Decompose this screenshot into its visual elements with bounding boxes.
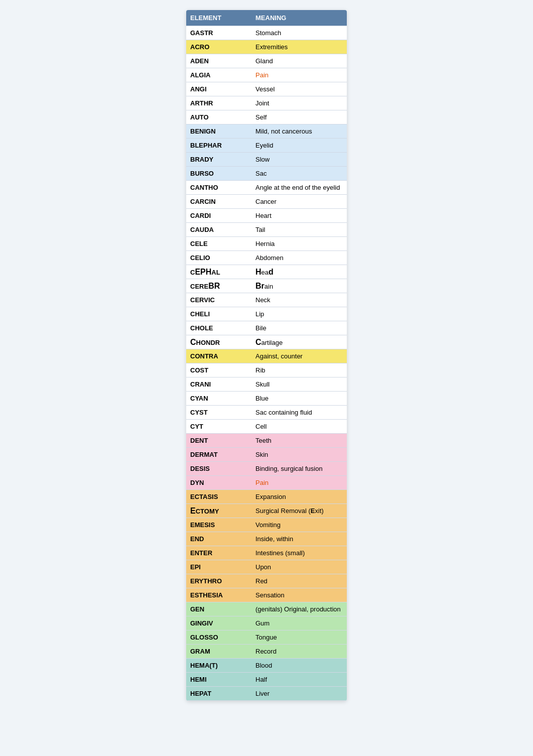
- element-cell: ALGIA: [190, 71, 255, 79]
- element-cell: ECTASIS: [190, 493, 255, 500]
- table-row: GEN(genitals) Original, production: [186, 602, 347, 616]
- meaning-cell: Against, counter: [255, 352, 343, 360]
- table-row: CANTHOAngle at the end of the eyelid: [186, 181, 347, 195]
- table-row: CELIOAbdomen: [186, 251, 347, 265]
- meaning-cell: Mild, not cancerous: [255, 128, 343, 135]
- element-cell: GASTR: [190, 29, 255, 37]
- table-row: BLEPHAREyelid: [186, 139, 347, 153]
- meaning-cell: Neck: [255, 296, 343, 304]
- meaning-cell: Liver: [255, 690, 343, 697]
- element-cell: CELIO: [190, 254, 255, 262]
- table-row: CYTCell: [186, 420, 347, 434]
- meaning-cell: Sac containing fluid: [255, 409, 343, 416]
- meaning-cell: Blue: [255, 395, 343, 402]
- element-cell: ACRO: [190, 43, 255, 51]
- meaning-cell: Heart: [255, 212, 343, 219]
- meaning-cell: Cell: [255, 423, 343, 430]
- element-cell: DYN: [190, 479, 255, 486]
- table-row: COSTRib: [186, 363, 347, 377]
- meaning-cell: Skull: [255, 381, 343, 388]
- table-row: CELEHernia: [186, 237, 347, 251]
- table-row: CYSTSac containing fluid: [186, 406, 347, 420]
- meaning-cell: Head: [255, 268, 343, 277]
- table-row: GINGIVGum: [186, 616, 347, 631]
- meaning-cell: Stomach: [255, 29, 343, 37]
- element-cell: CELE: [190, 240, 255, 247]
- table-row: CHOLEBile: [186, 321, 347, 335]
- table-header: ELEMENT MEANING: [186, 10, 347, 26]
- table-row: CARDIHeart: [186, 209, 347, 223]
- element-cell: GINGIV: [190, 619, 255, 627]
- element-cell: END: [190, 535, 255, 543]
- medical-terms-table: ELEMENT MEANING GASTRStomachACROExtremit…: [186, 10, 347, 701]
- meaning-cell: Gland: [255, 57, 343, 65]
- table-row: BRADYSlow: [186, 153, 347, 167]
- element-cell: CAUDA: [190, 226, 255, 233]
- meaning-cell: Hernia: [255, 240, 343, 247]
- element-cell: ADEN: [190, 57, 255, 65]
- meaning-cell: Abdomen: [255, 254, 343, 262]
- table-row: BURSOSac: [186, 167, 347, 181]
- table-row: ADENGland: [186, 54, 347, 68]
- element-cell: CONTRA: [190, 352, 255, 360]
- meaning-cell: Sensation: [255, 591, 343, 599]
- element-cell: GEN: [190, 605, 255, 613]
- element-cell: DERMAT: [190, 451, 255, 458]
- meaning-cell: Pain: [255, 479, 343, 486]
- meaning-cell: Self: [255, 113, 343, 121]
- table-row: CYANBlue: [186, 392, 347, 406]
- element-cell: AUTO: [190, 113, 255, 121]
- meaning-cell: Red: [255, 577, 343, 585]
- element-cell: BENIGN: [190, 128, 255, 135]
- table-row: ENDInside, within: [186, 532, 347, 546]
- meaning-header: MEANING: [255, 14, 343, 22]
- element-cell: CHOLE: [190, 324, 255, 332]
- element-cell: CYST: [190, 409, 255, 416]
- table-row: DESISBinding, surgical fusion: [186, 462, 347, 476]
- element-cell: GRAM: [190, 648, 255, 655]
- table-row: EMESISVomiting: [186, 518, 347, 532]
- table-row: CRANISkull: [186, 377, 347, 392]
- meaning-cell: Brain: [255, 282, 343, 291]
- element-cell: BLEPHAR: [190, 142, 255, 149]
- meaning-cell: Sac: [255, 170, 343, 177]
- element-cell: BRADY: [190, 156, 255, 163]
- meaning-cell: Slow: [255, 156, 343, 163]
- table-row: CAUDATail: [186, 223, 347, 237]
- table-row: ACROExtremities: [186, 40, 347, 54]
- table-row: GASTRStomach: [186, 26, 347, 40]
- element-cell: HEMA(T): [190, 662, 255, 669]
- table-row: EPIUpon: [186, 560, 347, 574]
- meaning-cell: Bile: [255, 324, 343, 332]
- meaning-cell: Binding, surgical fusion: [255, 465, 343, 472]
- meaning-cell: Gum: [255, 619, 343, 627]
- element-cell: CERVIC: [190, 296, 255, 304]
- meaning-cell: Angle at the end of the eyelid: [255, 184, 343, 191]
- element-cell: CHELI: [190, 310, 255, 318]
- table-row: ECTASISExpansion: [186, 490, 347, 504]
- meaning-cell: Tongue: [255, 634, 343, 641]
- table-row: CHELILip: [186, 307, 347, 321]
- table-row: ESTHESIASensation: [186, 588, 347, 602]
- element-cell: ERYTHRO: [190, 577, 255, 585]
- element-cell: HEPAT: [190, 690, 255, 697]
- meaning-cell: (genitals) Original, production: [255, 605, 343, 613]
- element-cell: CEPHAL: [190, 268, 255, 277]
- element-cell: EPI: [190, 563, 255, 571]
- element-cell: DENT: [190, 437, 255, 444]
- table-row: CEREBRBrain: [186, 279, 347, 293]
- element-cell: COST: [190, 366, 255, 374]
- meaning-cell: Extremities: [255, 43, 343, 51]
- table-row: DYNPain: [186, 476, 347, 490]
- element-cell: CEREBR: [190, 282, 255, 291]
- element-cell: ENTER: [190, 549, 255, 557]
- meaning-cell: Lip: [255, 310, 343, 318]
- meaning-cell: Cancer: [255, 198, 343, 205]
- table-row: HEMA(T)Blood: [186, 659, 347, 673]
- table-row: BENIGNMild, not cancerous: [186, 124, 347, 139]
- element-cell: ARTHR: [190, 99, 255, 107]
- table-row: ERYTHRORed: [186, 574, 347, 588]
- element-cell: HEMI: [190, 676, 255, 683]
- table-row: ECTOMYSurgical Removal (Exit): [186, 504, 347, 518]
- meaning-cell: Rib: [255, 366, 343, 374]
